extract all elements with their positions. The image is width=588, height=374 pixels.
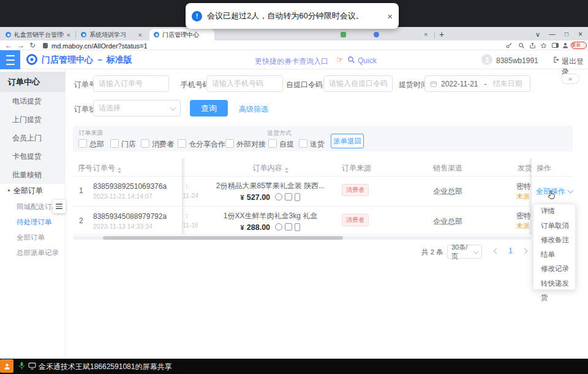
order-status-select[interactable]: 请选择 xyxy=(93,100,181,116)
sidebar-item-card-pickup[interactable]: 卡包提货 xyxy=(12,147,66,166)
checkbox-warehouse-share[interactable] xyxy=(178,139,186,148)
user-avatar[interactable] xyxy=(481,54,492,65)
tab-search-icon[interactable]: ∨ xyxy=(535,31,540,39)
checkbox-external[interactable] xyxy=(225,139,234,148)
side-panel-icon[interactable] xyxy=(552,43,559,48)
clipped-pickup-date: ： 11-16 xyxy=(182,207,198,235)
phone-icon[interactable] xyxy=(295,193,300,201)
new-tab-button[interactable]: + xyxy=(439,29,444,39)
prev-page-button[interactable] xyxy=(494,248,500,254)
pickup-code-input[interactable]: 请输入自提口令码 xyxy=(323,75,393,92)
tab-favicon-stub-green xyxy=(341,32,346,37)
checkbox-self-pickup[interactable] xyxy=(268,139,277,148)
page-size-value: 30条/页 xyxy=(451,243,474,261)
menu-item-edit-history[interactable]: 修改记录 xyxy=(533,262,575,277)
list-icon xyxy=(56,204,62,205)
sidebar-subitem-pending-orders[interactable]: 待处理订单 xyxy=(17,218,52,227)
browser-tab-1[interactable]: 礼盒营销平台管理中心 × xyxy=(2,29,74,40)
tab-close-icon[interactable]: × xyxy=(67,31,70,39)
browser-tab-2[interactable]: 系统培训学习 × xyxy=(77,29,146,40)
clipped-ship-status: 密特 未派 xyxy=(516,177,532,207)
order-no-input[interactable]: 请输入订单号 xyxy=(93,75,169,92)
checkbox-consumer-label[interactable]: 消费者 xyxy=(152,139,174,150)
search-button[interactable]: 查询 xyxy=(190,100,228,116)
person-icon xyxy=(484,56,491,63)
tab-close-icon[interactable]: × xyxy=(138,31,142,39)
share-bar-text[interactable]: 金禾通技术王斌18662591081的屏幕共享 xyxy=(39,362,172,372)
browser-tab-3-active[interactable]: 门店管理中心 xyxy=(149,29,214,40)
current-page-number[interactable]: 1 xyxy=(508,246,513,255)
window-maximize-button[interactable]: □ xyxy=(565,31,568,37)
sidebar-item-batch-verify[interactable]: 批量核销 xyxy=(12,166,66,184)
tab-close-icon[interactable]: × xyxy=(424,31,428,38)
sort-icon[interactable] xyxy=(285,167,288,174)
checkbox-external-label[interactable]: 外部对接 xyxy=(236,139,266,150)
phone-icon[interactable] xyxy=(295,223,300,231)
window-minimize-button[interactable]: — xyxy=(549,30,556,37)
sidebar-group-all-orders[interactable]: 全部订单 xyxy=(13,186,43,196)
sidebar-collapse-handle[interactable] xyxy=(53,200,66,213)
menu-item-details[interactable]: 详情 xyxy=(533,204,575,219)
coupon-icon[interactable] xyxy=(275,193,282,200)
checkbox-consumer[interactable] xyxy=(141,139,149,148)
phone-placeholder: 请输入手机号码 xyxy=(212,78,263,89)
package-icon[interactable] xyxy=(285,223,292,231)
package-icon[interactable] xyxy=(285,193,292,200)
double-chevron-icon: » xyxy=(568,75,572,82)
chrome-update-button[interactable]: 更新 ⋮ xyxy=(571,42,587,49)
menu-item-cancel-order[interactable]: 订单取消 xyxy=(533,219,575,234)
checkbox-delivery-label[interactable]: 送货 xyxy=(310,139,325,150)
sidebar-item-phone-pickup[interactable]: 电话提货 xyxy=(12,92,66,110)
phone-input[interactable]: 请输入手机号码 xyxy=(206,75,283,92)
menu-item-edit-note[interactable]: 修改备注 xyxy=(533,233,575,248)
sidebar-item-door-pickup[interactable]: 上门提货 xyxy=(12,110,66,129)
advanced-filter-link[interactable]: 高级筛选 xyxy=(239,104,268,115)
toast-close-icon[interactable]: × xyxy=(387,11,393,21)
microphone-icon[interactable] xyxy=(18,361,25,371)
section-title: 订单中心 xyxy=(0,72,66,92)
sidebar-subitem-all-orders[interactable]: 全部订单 xyxy=(17,233,45,242)
share-icon[interactable] xyxy=(529,42,536,49)
hamburger-menu-button[interactable] xyxy=(0,50,20,69)
checkbox-hq[interactable] xyxy=(78,139,87,148)
zoom-icon[interactable] xyxy=(518,42,525,49)
back-icon[interactable]: ← xyxy=(5,41,12,50)
page-size-select[interactable]: 30条/页 xyxy=(447,245,482,259)
checkbox-store-label[interactable]: 门店 xyxy=(121,139,136,150)
coupon-query-link[interactable]: 更快捷的券卡查询入口 xyxy=(255,56,328,67)
order-content-text: 2份精品大果85苹果礼盒装 陕西... xyxy=(198,181,343,191)
tab-favicon xyxy=(154,32,159,37)
quick-link[interactable]: Quick xyxy=(358,56,377,65)
forward-icon[interactable]: → xyxy=(17,41,24,50)
sidebar-subitem-hq-dispatch-log[interactable]: 总部派单记录 xyxy=(17,248,59,258)
coupon-icon[interactable] xyxy=(275,223,282,231)
screen-share-icon[interactable] xyxy=(28,362,36,370)
tab-title: 礼盒营销平台管理中心 xyxy=(14,31,64,39)
tab-divider xyxy=(434,32,435,39)
sidebar-item-member-visit[interactable]: 会员上门 xyxy=(12,129,66,147)
sort-icon[interactable] xyxy=(118,167,121,174)
logout-icon[interactable] xyxy=(553,56,560,63)
site-security-icon[interactable] xyxy=(43,43,48,48)
key-icon[interactable] xyxy=(506,42,513,49)
checkbox-warehouse-share-label[interactable]: 仓分享合作 xyxy=(189,139,225,150)
profile-icon[interactable] xyxy=(562,42,569,49)
kebab-menu-icon: ⋮ xyxy=(582,43,586,48)
horizontal-scrollbar-thumb[interactable] xyxy=(103,236,343,240)
checkbox-store[interactable] xyxy=(110,139,119,148)
order-created-time: 2023-11-13 14:33:34 xyxy=(93,223,153,230)
bookmark-star-icon[interactable] xyxy=(540,42,547,49)
menu-item-close-order[interactable]: 结单 xyxy=(533,248,575,262)
next-page-button[interactable] xyxy=(522,248,528,254)
date-range-picker[interactable]: 2022-11-21 - 结束日期 xyxy=(424,75,530,92)
checkbox-self-pickup-label[interactable]: 自提 xyxy=(279,139,294,150)
menu-item-to-express[interactable]: 转快递发货 xyxy=(533,277,575,291)
checkbox-delivery[interactable] xyxy=(299,139,307,148)
checkbox-hq-label[interactable]: 总部 xyxy=(89,139,104,150)
reload-icon[interactable]: ↻ xyxy=(29,41,36,50)
quick-search-icon[interactable] xyxy=(347,56,355,64)
dispatch-return-button[interactable]: 派单退回 xyxy=(331,134,364,148)
url-text[interactable]: md.maboy.cn/AllOrder?status=1 xyxy=(51,42,148,50)
window-close-button[interactable]: × xyxy=(578,30,582,39)
expand-filters-button[interactable]: » xyxy=(561,74,579,84)
